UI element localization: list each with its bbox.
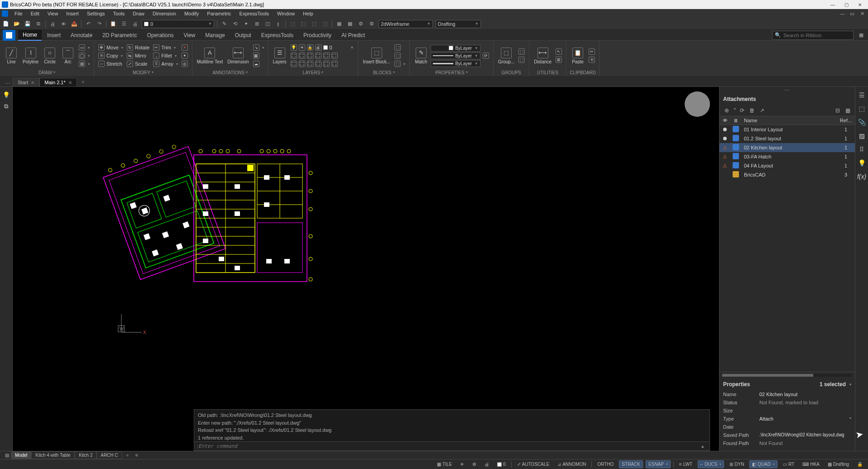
- match-button[interactable]: ✎Match: [412, 47, 430, 65]
- col-name[interactable]: Name: [741, 116, 837, 124]
- add-tab-button[interactable]: ＋: [77, 77, 89, 86]
- sb-lwt[interactable]: ≡LWT: [676, 460, 695, 468]
- array-button[interactable]: ⠿Array▾: [152, 60, 179, 67]
- chevron-down-icon[interactable]: ▾: [466, 70, 468, 75]
- attachment-row[interactable]: BricsCAD3: [719, 170, 855, 179]
- layer-t8-icon[interactable]: ⛶: [299, 61, 305, 67]
- tab-operations[interactable]: Operations: [143, 30, 178, 40]
- prop-name-value[interactable]: 02 Kitchen layout: [759, 392, 851, 397]
- chevron-down-icon[interactable]: ▾: [246, 70, 248, 75]
- layer-t1-icon[interactable]: ⛶: [291, 53, 297, 59]
- viewcube-icon[interactable]: [685, 91, 710, 117]
- attach-open-icon[interactable]: ↗: [758, 107, 766, 114]
- layout-archc[interactable]: ARCH C: [96, 451, 122, 459]
- tab-productivity[interactable]: Productivity: [299, 30, 336, 40]
- tool-icon-6[interactable]: ⫿: [274, 20, 283, 28]
- offset-button[interactable]: ◎: [180, 60, 189, 67]
- menu-help[interactable]: Help: [299, 10, 317, 17]
- sb-ortho[interactable]: ORTHO: [595, 460, 616, 468]
- sb-dyn[interactable]: ⊞DYN: [727, 460, 747, 468]
- layout-add-button[interactable]: ＋: [122, 451, 133, 459]
- sb-gear[interactable]: ⚙: [470, 460, 479, 468]
- col-ref[interactable]: Ref...: [837, 116, 855, 124]
- undo-icon[interactable]: ↶: [84, 20, 92, 28]
- publish-icon[interactable]: 📤: [70, 20, 78, 28]
- sb-ducs[interactable]: ⌐DUCS▾: [698, 460, 724, 468]
- trim-button[interactable]: ✂Trim▾: [152, 44, 179, 51]
- tab-manage[interactable]: Manage: [201, 30, 229, 40]
- mdi-minimize-icon[interactable]: —: [838, 10, 846, 18]
- layout-kitch2[interactable]: Kitch 2: [75, 451, 97, 459]
- tool-icon-2[interactable]: ⟲: [231, 20, 239, 28]
- saveall-icon[interactable]: ⧉: [34, 20, 43, 28]
- tips-icon[interactable]: 💡: [2, 91, 10, 99]
- ribbon-extra-icon[interactable]: ▦: [857, 31, 865, 39]
- sb-layer[interactable]: 0: [494, 460, 508, 468]
- table-button[interactable]: ▦: [252, 52, 265, 59]
- viewstyle-combo[interactable]: 2dWireframe ▼: [379, 20, 433, 28]
- attach-delete-icon[interactable]: 🗑: [748, 107, 756, 114]
- sb-tile[interactable]: ▦TILE: [434, 460, 455, 468]
- copy-button[interactable]: ⎘Copy▾: [97, 52, 125, 59]
- mdi-close-icon[interactable]: ✕: [858, 10, 866, 18]
- workspace-combo[interactable]: Drafting ▼: [436, 20, 481, 28]
- drag-handle-icon[interactable]: ⋯: [5, 80, 11, 86]
- new-icon[interactable]: 📄: [2, 20, 10, 28]
- dimension-button[interactable]: ⟷Dimension: [225, 47, 250, 65]
- layer-t2-icon[interactable]: ⛶: [299, 53, 305, 59]
- menu-dimension[interactable]: Dimension: [149, 10, 180, 17]
- rect-button[interactable]: ▭▾: [77, 44, 91, 51]
- attachments-hscroll[interactable]: [722, 374, 852, 377]
- group-t2[interactable]: ⬚: [517, 56, 526, 63]
- layout-model[interactable]: Model: [11, 451, 31, 459]
- viewport[interactable]: W X Old path: .\IncXref\NO\Wrong\01.2 St…: [13, 87, 719, 451]
- move-button[interactable]: ✥Move▾: [97, 44, 125, 51]
- rotate-button[interactable]: ↻Rotate: [125, 44, 151, 51]
- attach-list-icon[interactable]: ▦: [844, 107, 851, 114]
- chevron-down-icon[interactable]: ▾: [53, 70, 55, 75]
- maximize-button[interactable]: ▢: [840, 0, 853, 9]
- apps-side-icon[interactable]: ⠿: [857, 145, 866, 154]
- layer-t5-icon[interactable]: ⛶: [323, 53, 330, 59]
- prop-type-value[interactable]: Attach▾: [759, 416, 851, 421]
- app-menu-icon[interactable]: [2, 10, 8, 17]
- scale-button[interactable]: ⤢Scale: [125, 60, 151, 67]
- paste-button[interactable]: 📋Paste: [569, 47, 586, 65]
- command-prompt[interactable]: : ▴: [194, 441, 710, 450]
- chevron-down-icon[interactable]: ▾: [152, 70, 153, 75]
- quick-layer-combo[interactable]: 0 ▼: [142, 20, 214, 28]
- cube4-icon[interactable]: ⬚: [321, 20, 329, 28]
- attach-reload-icon[interactable]: ⟳: [739, 107, 746, 114]
- hatch-side-icon[interactable]: ▨: [857, 131, 866, 140]
- chevron-down-icon[interactable]: ▾: [393, 70, 395, 75]
- tool-icon-1[interactable]: ✎: [220, 20, 228, 28]
- menu-expresstools[interactable]: ExpressTools: [236, 10, 273, 17]
- sb-print[interactable]: 🖨: [482, 460, 492, 468]
- tab-output[interactable]: Output: [230, 30, 256, 40]
- table-icon[interactable]: ▦: [335, 20, 343, 28]
- util-t2[interactable]: ⊞: [554, 56, 563, 63]
- chevron-down-icon[interactable]: ▾: [849, 383, 851, 387]
- print-preview-icon[interactable]: 👁: [59, 20, 67, 28]
- command-input[interactable]: [198, 443, 699, 449]
- tab-2d-parametric[interactable]: 2D Parametric: [98, 30, 142, 40]
- line-button[interactable]: ╱Line: [3, 47, 20, 65]
- table2-icon[interactable]: ▦: [346, 20, 354, 28]
- layer-t3-icon[interactable]: ⛶: [307, 53, 313, 59]
- menu-view[interactable]: View: [44, 10, 62, 17]
- panels-icon[interactable]: ☰: [857, 91, 866, 100]
- sb-esnap[interactable]: ESNAP▾: [646, 460, 671, 468]
- polyline-button[interactable]: ⌇Polyline: [21, 47, 40, 65]
- erase-button[interactable]: ✕: [180, 44, 189, 51]
- color-combo[interactable]: ByLayer▼: [431, 45, 480, 52]
- cmd-expand-icon[interactable]: ▴: [699, 443, 707, 449]
- fillet-button[interactable]: ◟Fillet▾: [152, 52, 179, 59]
- gear2-icon[interactable]: ⚙: [368, 20, 376, 28]
- close-tab-icon[interactable]: ✕: [68, 80, 72, 85]
- close-tab-icon[interactable]: ✕: [31, 80, 34, 85]
- doctab-start[interactable]: Start✕: [13, 78, 39, 86]
- sb-drafting[interactable]: ▦Drafting: [825, 460, 852, 468]
- menu-draw[interactable]: Draw: [129, 10, 148, 17]
- sb-annomon[interactable]: ⊿ANNOMON: [555, 460, 589, 468]
- render-side-icon[interactable]: 💡: [857, 158, 866, 168]
